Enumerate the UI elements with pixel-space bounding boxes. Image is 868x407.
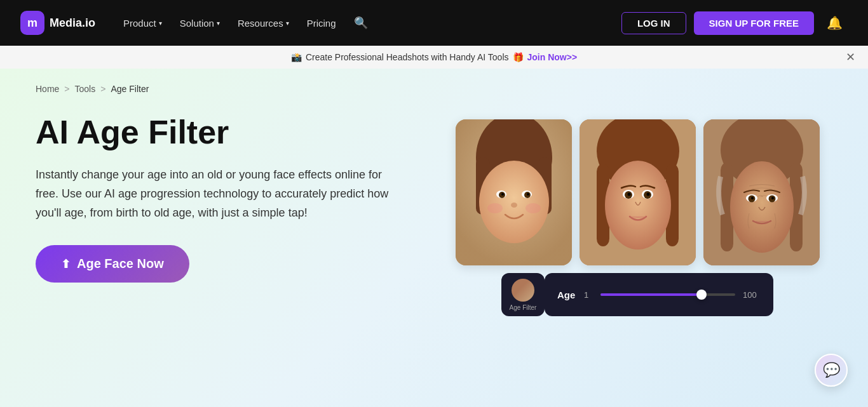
age-slider-fill [600,293,702,296]
page-title: AI Age Filter [36,114,391,150]
face-images-row [456,119,820,265]
breadcrumb-sep-2: > [100,84,105,94]
age-slider-panel: Age 1 100 [545,273,773,316]
join-now-link[interactable]: Join Now>> [527,52,578,62]
nav-resources[interactable]: Resources ▾ [230,13,297,34]
svg-point-25 [627,193,630,196]
face-image-mid [580,119,696,265]
login-button[interactable]: LOG IN [621,12,686,34]
svg-point-32 [730,161,794,253]
nav-pricing[interactable]: Pricing [299,13,344,34]
chevron-down-icon: ▾ [286,20,289,27]
age-slider-title: Age [557,290,576,300]
logo-icon: m [20,11,44,35]
bell-icon[interactable]: 🔔 [822,13,848,33]
age-filter-thumb-label: Age Filter [510,304,537,311]
announcement-bar: 📸 Create Professional Headshots with Han… [0,46,868,69]
announce-gift-emoji: 🎁 [513,52,524,62]
chevron-down-icon: ▾ [217,20,220,27]
age-filter-thumb-image [512,279,534,302]
age-face-now-button[interactable]: ⬆ Age Face Now [36,245,189,283]
hero-section: AI Age Filter Instantly change your age … [36,114,832,316]
svg-point-14 [526,203,541,213]
hero-left: AI Age Filter Instantly change your age … [36,114,391,283]
svg-point-10 [501,193,504,196]
navbar: m Media.io Product ▾ Solution ▾ Resource… [0,0,868,46]
age-max-value: 100 [743,290,761,300]
chevron-down-icon: ▾ [159,20,162,27]
signup-button[interactable]: SIGN UP FOR FREE [694,11,814,35]
svg-point-38 [771,197,774,199]
nav-product[interactable]: Product ▾ [116,13,170,34]
breadcrumb: Home > Tools > Age Filter [36,69,832,104]
search-icon[interactable]: 🔍 [346,11,376,35]
main-content: Home > Tools > Age Filter AI Age Filter … [0,69,868,407]
hero-right: Age Filter Age 1 100 [442,119,832,316]
breadcrumb-tools[interactable]: Tools [75,84,96,94]
svg-point-5 [479,161,549,243]
svg-point-13 [487,203,503,213]
logo[interactable]: m Media.io [20,11,95,35]
chat-icon: 💬 [823,362,840,378]
svg-point-11 [527,193,529,196]
chat-widget-button[interactable]: 💬 [815,354,848,387]
close-icon[interactable]: ✕ [846,50,855,64]
nav-right: LOG IN SIGN UP FOR FREE 🔔 [621,11,848,35]
logo-text: Media.io [50,17,95,30]
age-filter-thumbnail: Age Filter [501,273,545,316]
breadcrumb-current: Age Filter [111,84,149,94]
age-slider-track[interactable] [600,293,735,296]
svg-point-12 [511,203,517,208]
svg-point-37 [751,197,754,199]
age-slider-thumb[interactable] [696,290,707,300]
announce-text: Create Professional Headshots with Handy… [306,52,509,62]
breadcrumb-sep-1: > [64,84,69,94]
face-image-young [456,119,572,265]
age-min-value: 1 [584,290,593,300]
announce-camera-emoji: 📸 [291,52,302,62]
nav-solution[interactable]: Solution ▾ [172,13,227,34]
upload-icon: ⬆ [61,257,71,271]
breadcrumb-home[interactable]: Home [36,84,59,94]
nav-links: Product ▾ Solution ▾ Resources ▾ Pricing… [116,11,616,35]
hero-description: Instantly change your age into an old or… [36,166,391,222]
age-filter-controls: Age Filter Age 1 100 [501,273,773,316]
face-image-older [703,119,820,265]
svg-point-26 [646,193,649,196]
